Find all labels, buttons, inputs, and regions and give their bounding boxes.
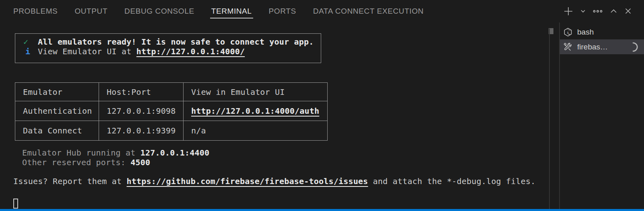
hub-line-prefix: Emulator Hub running at — [22, 148, 140, 158]
emulator-ui-link[interactable]: http://127.0.0.1:4000/ — [136, 47, 245, 56]
terminal-cursor — [13, 199, 18, 209]
issues-suffix: and attach the *-debug.log files. — [368, 176, 535, 186]
tab-problems[interactable]: PROBLEMS — [13, 1, 58, 22]
bash-terminal-icon: $ — [563, 27, 573, 37]
terminal-scrollbar-track — [549, 29, 550, 209]
reserved-ports-prefix: Other reserved ports: — [22, 158, 130, 167]
status-bar-top-edge — [0, 209, 644, 211]
table-row: Authentication 127.0.0.1:9098 http://127… — [15, 101, 328, 121]
maximize-panel-chevron-up-icon[interactable] — [610, 7, 617, 15]
banner-message: All emulators ready! It is now safe to c… — [38, 37, 314, 47]
terminal-tab-label: firebas… — [577, 43, 608, 51]
terminal-tabs-list: $ bash firebas… — [560, 25, 644, 54]
cell-host-port: 127.0.0.1:9098 — [99, 101, 184, 121]
emulators-ready-banner: ✓ All emulators ready! It is now safe to… — [15, 33, 321, 63]
terminal-tab-firebase[interactable]: firebas… — [560, 39, 644, 54]
emulator-table: Emulator Host:Port View in Emulator UI A… — [15, 82, 328, 141]
col-header-host-port: Host:Port — [99, 83, 184, 101]
cell-emulator-name: Data Connect — [15, 121, 99, 141]
hub-line: Emulator Hub running at 127.0.0.1:4400 — [22, 148, 209, 158]
github-issues-link[interactable]: https://github.com/firebase/firebase-too… — [127, 176, 368, 186]
close-panel-icon[interactable] — [624, 7, 632, 15]
tab-ports[interactable]: PORTS — [269, 1, 296, 22]
emulator-table-header-row: Emulator Host:Port View in Emulator UI — [15, 83, 328, 101]
info-icon: i — [25, 47, 30, 56]
reserved-ports-line: Other reserved ports: 4500 — [22, 158, 150, 167]
more-actions-icon[interactable] — [592, 6, 603, 16]
panel-actions — [563, 0, 632, 22]
loading-spinner-icon — [628, 42, 638, 52]
cell-host-port: 127.0.0.1:9399 — [99, 121, 184, 141]
tab-debug-console[interactable]: DEBUG CONSOLE — [124, 1, 194, 22]
tab-terminal[interactable]: TERMINAL — [211, 1, 252, 22]
banner-ui-prefix: View Emulator UI at — [38, 47, 136, 56]
reserved-ports-value: 4500 — [130, 158, 150, 167]
cell-view-ui: n/a — [184, 121, 328, 141]
tools-icon — [563, 42, 573, 52]
table-row: Data Connect 127.0.0.1:9399 n/a — [15, 121, 328, 141]
issues-line: Issues? Report them at https://github.co… — [13, 176, 536, 186]
cell-emulator-name: Authentication — [15, 101, 99, 121]
banner-ui-line: View Emulator UI at http://127.0.0.1:400… — [38, 47, 245, 56]
col-header-view-ui: View in Emulator UI — [184, 83, 328, 101]
auth-emulator-ui-link[interactable]: http://127.0.0.1:4000/auth — [191, 106, 319, 116]
new-terminal-icon[interactable] — [563, 6, 574, 16]
terminal-tab-label: bash — [577, 28, 594, 37]
check-icon: ✓ — [23, 37, 28, 47]
col-header-emulator: Emulator — [15, 83, 99, 101]
hub-address: 127.0.0.1:4400 — [140, 148, 209, 158]
tab-data-connect-execution[interactable]: DATA CONNECT EXECUTION — [313, 1, 424, 22]
panel-tab-bar: PROBLEMS OUTPUT DEBUG CONSOLE TERMINAL P… — [0, 0, 644, 22]
issues-prefix: Issues? Report them at — [13, 176, 127, 186]
tab-output[interactable]: OUTPUT — [74, 1, 107, 22]
launch-profile-chevron-down-icon[interactable] — [580, 8, 586, 14]
terminal-tab-bash[interactable]: $ bash — [560, 25, 644, 39]
terminal-viewport[interactable]: ✓ All emulators ready! It is now safe to… — [0, 22, 547, 209]
